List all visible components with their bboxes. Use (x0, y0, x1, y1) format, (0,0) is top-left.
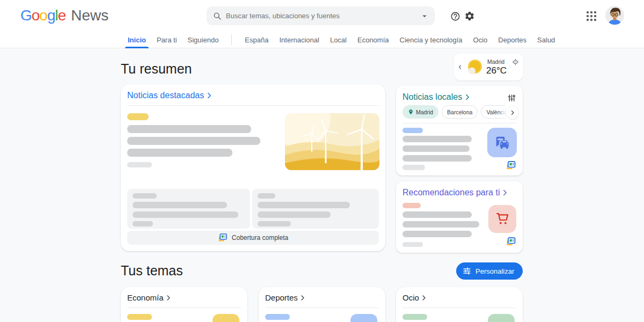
tab-economia[interactable]: Economía (357, 31, 389, 48)
personalize-button[interactable]: Personalizar (456, 262, 523, 280)
topic-title[interactable]: Economía (127, 293, 173, 302)
nav-tabs: Inicio Para ti Siguiendo España Internac… (128, 31, 555, 48)
chevron-right-icon (164, 294, 173, 302)
summary-title: Tu resumen (121, 61, 192, 77)
local-news-title[interactable]: Noticias locales (402, 92, 472, 102)
header: G o o g l e News (0, 0, 644, 48)
skeleton-bar (402, 136, 472, 142)
skeleton-tag (402, 314, 427, 320)
chip-valencia[interactable]: València (481, 105, 506, 119)
dropdown-caret-icon[interactable] (420, 11, 429, 21)
chip-barcelona[interactable]: Barcelona (442, 105, 478, 119)
skeleton-bar (258, 211, 331, 218)
tab-siguiendo[interactable]: Siguiendo (188, 31, 219, 48)
logo-letter: o (32, 7, 40, 24)
chevron-left-icon[interactable] (457, 63, 463, 71)
topic-title-label: Deportes (265, 293, 298, 302)
skeleton-thumbnail (350, 314, 377, 322)
skeleton-tag (402, 128, 423, 133)
topics-title: Tus temas (121, 263, 183, 279)
apps-grid-button[interactable] (586, 11, 597, 21)
my-location-icon[interactable] (512, 58, 519, 65)
skeleton-bar (133, 221, 153, 226)
skeleton-timestamp (127, 162, 152, 167)
skeleton-bar (402, 211, 472, 218)
full-coverage-label: Cobertura completa (232, 234, 288, 241)
local-news-card: Noticias locales Madrid Barcelona (396, 86, 523, 175)
tab-espana[interactable]: España (245, 31, 268, 48)
google-news-logo[interactable]: G o o g l e News (20, 7, 108, 24)
tab-inicio[interactable]: Inicio (128, 31, 146, 48)
divider (265, 308, 379, 308)
chip-label: València (486, 109, 506, 115)
topic-title[interactable]: Deportes (265, 293, 307, 302)
weather-widget[interactable]: Madrid 26°C (454, 54, 523, 80)
topic-card-economia: Economía (121, 287, 247, 322)
logo-letter: G (20, 7, 32, 24)
chevron-right-icon (509, 109, 516, 116)
chevron-right-icon (420, 294, 428, 302)
location-pin-icon (408, 109, 414, 115)
full-coverage-button[interactable]: Cobertura completa (127, 231, 379, 245)
full-coverage-mini-button[interactable] (506, 161, 516, 172)
chip-label: Barcelona (447, 109, 472, 115)
divider (127, 308, 241, 308)
skeleton-bar (258, 202, 350, 208)
skeleton-tag (127, 314, 152, 320)
skeleton-bar (133, 202, 227, 208)
skeleton-bar (402, 221, 479, 228)
skeleton-bar (127, 137, 260, 145)
divider (127, 105, 379, 106)
help-icon (450, 11, 460, 21)
tab-local[interactable]: Local (330, 31, 347, 48)
topic-title[interactable]: Ocio (402, 293, 428, 302)
chevron-right-icon (298, 294, 307, 302)
local-news-title-label: Noticias locales (402, 92, 462, 102)
tab-para-ti[interactable]: Para ti (157, 31, 177, 48)
tune-icon[interactable] (507, 93, 516, 103)
skeleton-bar (402, 145, 470, 152)
tab-ciencia-y-tecnologia[interactable]: Ciencia y tecnología (400, 31, 463, 48)
logo-letter: g (47, 7, 55, 24)
gear-icon (464, 11, 475, 21)
skeleton-tag (402, 203, 421, 208)
skeleton-bar (258, 193, 275, 199)
tab-internacional[interactable]: Internacional (279, 31, 319, 48)
tab-salud[interactable]: Salud (537, 31, 555, 48)
tab-ocio[interactable]: Ocio (473, 31, 488, 48)
topic-title-label: Ocio (402, 293, 419, 302)
settings-button[interactable] (463, 10, 476, 23)
topic-card-deportes: Deportes (259, 287, 385, 322)
shopping-illustration (488, 205, 516, 233)
traffic-illustration (487, 128, 517, 157)
chevron-right-icon (500, 188, 510, 197)
tabs-divider (231, 34, 232, 45)
featured-news-card: Noticias destacadas (121, 84, 385, 251)
city-chips: Madrid Barcelona València (402, 105, 506, 119)
skeleton-bar (258, 221, 291, 226)
skeleton-timestamp (402, 165, 425, 170)
full-coverage-icon (506, 237, 516, 246)
search-input[interactable] (226, 12, 420, 20)
bus-and-car-icon (494, 135, 510, 151)
chip-madrid[interactable]: Madrid (402, 105, 438, 119)
help-button[interactable] (449, 10, 462, 23)
featured-news-title-label: Noticias destacadas (127, 91, 204, 100)
skeleton-tag (265, 314, 290, 320)
full-coverage-mini-button[interactable] (506, 237, 516, 248)
recommendations-title[interactable]: Recomendaciones para ti (402, 188, 510, 197)
account-avatar[interactable] (605, 6, 624, 25)
topic-card-ocio: Ocio (396, 287, 523, 322)
shopping-cart-icon (495, 211, 510, 226)
search-icon (213, 12, 222, 20)
more-chips-button[interactable] (506, 106, 519, 119)
search-bar[interactable] (207, 6, 435, 25)
chevron-right-icon (204, 91, 214, 100)
featured-news-title[interactable]: Noticias destacadas (127, 91, 214, 100)
apps-grid-icon (587, 11, 596, 21)
chip-label: Madrid (416, 109, 433, 115)
skeleton-timestamp (402, 242, 423, 247)
skeleton-bar (127, 125, 251, 133)
tab-deportes[interactable]: Deportes (498, 31, 526, 48)
divider (402, 308, 516, 308)
